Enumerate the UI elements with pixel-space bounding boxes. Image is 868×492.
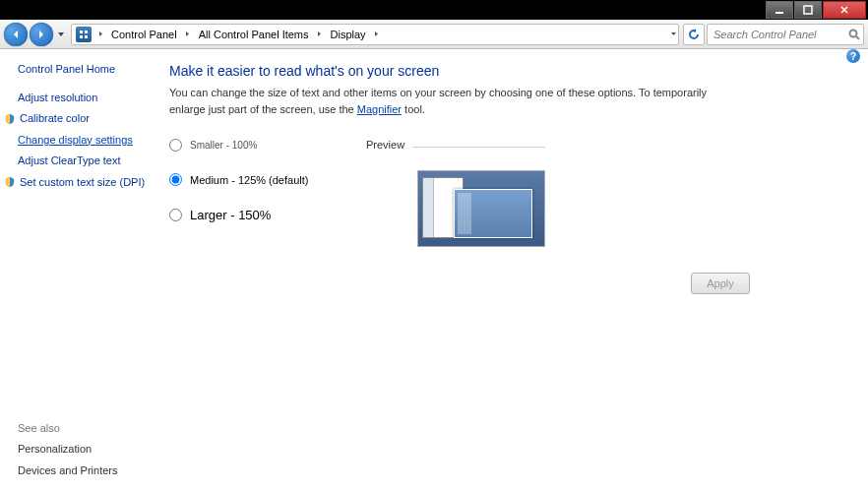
breadcrumb[interactable]: Control Panel All Control Panel Items Di… [71,24,679,45]
svg-rect-0 [775,12,783,14]
options-row: Smaller - 100% Medium - 125% (default) L… [169,139,848,247]
sidebar: Control Panel Home Adjust resolution Cal… [0,63,169,492]
maximize-button[interactable] [794,1,822,19]
option-label: Smaller - 100% [190,140,257,151]
option-larger[interactable]: Larger - 150% [169,208,366,222]
svg-rect-4 [80,35,83,38]
svg-point-6 [850,30,857,36]
control-panel-home-link[interactable]: Control Panel Home [18,63,165,75]
back-button[interactable] [4,23,28,46]
content-body: Control Panel Home Adjust resolution Cal… [0,63,868,492]
magnifier-link[interactable]: Magnifier [357,103,402,115]
see-also-personalization[interactable]: Personalization [18,442,165,457]
option-label: Larger - 150% [190,208,271,222]
sidebar-link-adjust-resolution[interactable]: Adjust resolution [18,91,165,105]
radio-larger[interactable] [169,209,182,221]
preview-label: Preview [366,139,404,151]
sidebar-link-label: Set custom text size (DPI) [20,175,145,190]
chevron-down-icon[interactable] [668,31,678,37]
address-bar: Control Panel All Control Panel Items Di… [0,20,868,49]
apply-button[interactable]: Apply [691,273,750,294]
option-smaller[interactable]: Smaller - 100% [169,139,366,152]
svg-rect-5 [85,35,88,38]
close-button[interactable] [823,1,866,19]
help-icon[interactable]: ? [846,49,860,63]
sidebar-link-label: Calibrate color [20,111,90,126]
preview-image [417,170,545,247]
chevron-right-icon[interactable] [372,31,382,37]
radio-medium[interactable] [169,173,182,186]
shield-icon [4,176,16,188]
window-titlebar [0,0,868,20]
chevron-right-icon[interactable] [183,31,193,37]
sidebar-link-adjust-cleartype[interactable]: Adjust ClearType text [18,154,165,168]
refresh-button[interactable] [683,24,705,45]
chevron-right-icon[interactable] [95,31,105,37]
preview-window-icon [454,189,532,238]
see-also-heading: See also [18,422,165,434]
help-row: ? [0,49,868,63]
chevron-right-icon[interactable] [315,31,325,37]
sidebar-link-label: Adjust ClearType text [18,154,121,168]
sidebar-link-label: Change display settings [18,133,133,148]
window-controls [765,1,866,19]
sidebar-link-custom-dpi[interactable]: Set custom text size (DPI) [18,175,165,190]
breadcrumb-item[interactable]: All Control Panel Items [193,25,315,44]
main-content: Make it easier to read what's on your sc… [169,63,868,492]
apply-row: Apply [169,273,848,294]
preview-section: Preview [366,139,545,247]
option-label: Medium - 125% (default) [190,174,308,186]
page-description: You can change the size of text and othe… [169,85,740,117]
sidebar-link-calibrate-color[interactable]: Calibrate color [18,111,165,126]
nav-history-dropdown[interactable] [55,31,67,38]
divider [412,147,545,148]
see-also-devices-printers[interactable]: Devices and Printers [18,463,165,478]
sidebar-link-label: Adjust resolution [18,91,97,105]
breadcrumb-item[interactable]: Display [325,25,372,44]
search-box[interactable] [707,24,864,45]
minimize-button[interactable] [766,1,793,19]
svg-rect-2 [80,31,83,33]
svg-rect-3 [85,31,88,33]
search-icon[interactable] [845,29,863,40]
option-medium[interactable]: Medium - 125% (default) [169,173,366,186]
desc-text: tool. [402,103,425,115]
radio-smaller[interactable] [169,139,182,152]
shield-icon [4,113,16,125]
control-panel-icon [76,27,92,42]
svg-rect-1 [804,6,812,14]
sidebar-link-change-display-settings[interactable]: Change display settings [18,133,165,148]
size-options: Smaller - 100% Medium - 125% (default) L… [169,139,366,247]
forward-button[interactable] [30,23,53,46]
search-input[interactable] [708,29,845,40]
page-title: Make it easier to read what's on your sc… [169,63,848,79]
desc-text: You can change the size of text and othe… [169,87,707,115]
breadcrumb-item[interactable]: Control Panel [105,25,183,44]
